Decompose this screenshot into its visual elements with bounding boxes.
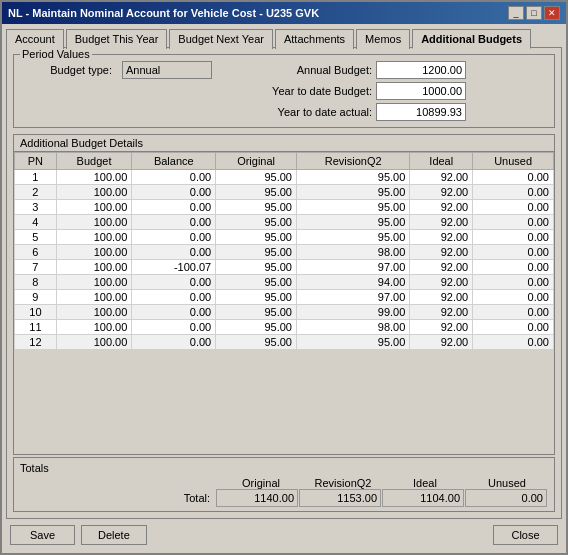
title-bar: NL - Maintain Nominal Account for Vehicl…: [2, 2, 566, 24]
budget-type-label: Budget type:: [22, 64, 112, 76]
annual-values-area: Annual Budget: Year to date Budget: Year…: [252, 61, 466, 121]
grid-header: PN Budget Balance Original RevisionQ2 Id…: [15, 153, 554, 170]
grid-wrapper[interactable]: PN Budget Balance Original RevisionQ2 Id…: [14, 152, 554, 350]
left-buttons: Save Delete: [10, 525, 147, 545]
ytd-budget-label: Year to date Budget:: [252, 85, 372, 97]
tab-attachments[interactable]: Attachments: [275, 29, 354, 49]
table-row[interactable]: 2100.000.0095.0095.0092.000.00: [15, 185, 554, 200]
table-row[interactable]: 5100.000.0095.0095.0092.000.00: [15, 230, 554, 245]
period-values-section: Period Values Budget type: Annual Budget…: [13, 54, 555, 128]
totals-header-row: Original RevisionQ2 Ideal Unused: [20, 477, 548, 489]
window-close-button[interactable]: ✕: [544, 6, 560, 20]
totals-label: Totals: [20, 462, 548, 474]
window-controls: _ □ ✕: [508, 6, 560, 20]
tab-budget-next-year[interactable]: Budget Next Year: [169, 29, 273, 49]
totals-ideal-input: [382, 489, 464, 507]
main-window: NL - Maintain Nominal Account for Vehicl…: [0, 0, 568, 555]
tab-budget-this-year[interactable]: Budget This Year: [66, 29, 168, 49]
window-title: NL - Maintain Nominal Account for Vehicl…: [8, 7, 319, 19]
period-values-label: Period Values: [20, 48, 92, 60]
col-header-unused: Unused: [473, 153, 554, 170]
totals-section: Totals Original RevisionQ2 Ideal Unused …: [13, 457, 555, 512]
budget-type-area: Budget type:: [22, 61, 212, 79]
maximize-button[interactable]: □: [526, 6, 542, 20]
grid-body: 1100.000.0095.0095.0092.000.002100.000.0…: [15, 170, 554, 350]
totals-col-original: Original: [220, 477, 302, 489]
tab-account[interactable]: Account: [6, 29, 64, 49]
table-row[interactable]: 1100.000.0095.0095.0092.000.00: [15, 170, 554, 185]
tab-memos[interactable]: Memos: [356, 29, 410, 49]
period-top-area: Budget type: Annual Budget: Year to date…: [22, 61, 546, 121]
budget-type-input[interactable]: [122, 61, 212, 79]
col-header-budget: Budget: [56, 153, 132, 170]
tab-panel-additional-budgets: Period Values Budget type: Annual Budget…: [6, 47, 562, 519]
tab-bar: Account Budget This Year Budget Next Yea…: [6, 28, 562, 48]
table-row[interactable]: 6100.000.0095.0098.0092.000.00: [15, 245, 554, 260]
table-row[interactable]: 4100.000.0095.0095.0092.000.00: [15, 215, 554, 230]
ytd-actual-input: [376, 103, 466, 121]
table-row[interactable]: 8100.000.0095.0094.0092.000.00: [15, 275, 554, 290]
annual-budget-row: Annual Budget:: [252, 61, 466, 79]
col-header-ideal: Ideal: [410, 153, 473, 170]
tab-additional-budgets[interactable]: Additional Budgets: [412, 29, 531, 49]
table-row[interactable]: 11100.000.0095.0098.0092.000.00: [15, 320, 554, 335]
totals-col-unused: Unused: [466, 477, 548, 489]
totals-col-ideal: Ideal: [384, 477, 466, 489]
additional-budget-section: Additional Budget Details PN Budget Bala…: [13, 134, 555, 455]
save-button[interactable]: Save: [10, 525, 75, 545]
totals-unused-input: [465, 489, 547, 507]
table-row[interactable]: 7100.00-100.0795.0097.0092.000.00: [15, 260, 554, 275]
close-button[interactable]: Close: [493, 525, 558, 545]
budget-grid: PN Budget Balance Original RevisionQ2 Id…: [14, 152, 554, 350]
col-header-pn: PN: [15, 153, 57, 170]
annual-budget-input: [376, 61, 466, 79]
delete-button[interactable]: Delete: [81, 525, 147, 545]
totals-data-row: Total:: [20, 489, 548, 507]
minimize-button[interactable]: _: [508, 6, 524, 20]
table-row[interactable]: 3100.000.0095.0095.0092.000.00: [15, 200, 554, 215]
additional-budget-title: Additional Budget Details: [14, 135, 554, 152]
totals-col-revisionq2: RevisionQ2: [302, 477, 384, 489]
col-header-balance: Balance: [132, 153, 216, 170]
col-header-revisionq2: RevisionQ2: [296, 153, 409, 170]
ytd-actual-label: Year to date actual:: [252, 106, 372, 118]
window-content: Account Budget This Year Budget Next Yea…: [2, 24, 566, 553]
ytd-actual-row: Year to date actual:: [252, 103, 466, 121]
table-row[interactable]: 12100.000.0095.0095.0092.000.00: [15, 335, 554, 350]
table-row[interactable]: 9100.000.0095.0097.0092.000.00: [15, 290, 554, 305]
total-label: Total:: [20, 492, 216, 504]
col-header-original: Original: [216, 153, 297, 170]
table-row[interactable]: 10100.000.0095.0099.0092.000.00: [15, 305, 554, 320]
totals-original-input: [216, 489, 298, 507]
bottom-bar: Save Delete Close: [6, 519, 562, 549]
ytd-budget-row: Year to date Budget:: [252, 82, 466, 100]
ytd-budget-input: [376, 82, 466, 100]
totals-revisionq2-input: [299, 489, 381, 507]
annual-budget-label: Annual Budget:: [252, 64, 372, 76]
